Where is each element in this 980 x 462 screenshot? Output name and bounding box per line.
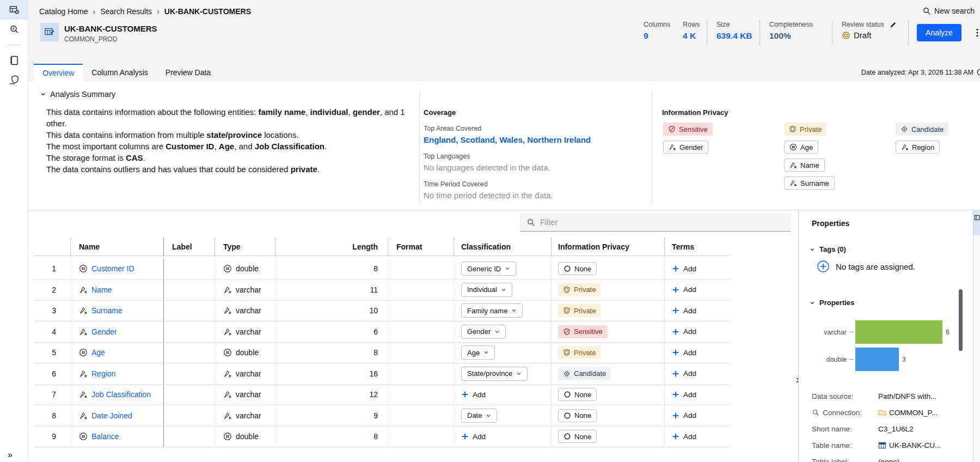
add-tag-button[interactable] bbox=[817, 260, 829, 272]
side-panel-toggle[interactable] bbox=[973, 210, 980, 235]
classification-dropdown[interactable]: Age bbox=[461, 345, 495, 360]
panel-scrollbar[interactable] bbox=[959, 289, 963, 351]
detail-row-table-name: Table name: UK-BANK-CU... bbox=[812, 437, 967, 453]
refresh-icon[interactable] bbox=[976, 68, 980, 76]
overflow-menu-icon[interactable] bbox=[972, 21, 980, 45]
tab-column-analysis[interactable]: Column Analysis bbox=[83, 64, 157, 81]
governance-shield-icon bbox=[9, 75, 20, 86]
privacy-cell: None bbox=[551, 385, 664, 406]
terms-add-button[interactable]: Add bbox=[672, 307, 696, 315]
terms-add-button[interactable]: Add bbox=[672, 349, 696, 357]
privacy-chip-surname: Surname bbox=[784, 177, 835, 190]
classification-dropdown[interactable]: Individual bbox=[461, 283, 512, 297]
classification-dropdown[interactable]: Gender bbox=[461, 325, 506, 339]
classification-add-button[interactable]: Add bbox=[461, 391, 486, 399]
classification-dropdown[interactable]: State/province bbox=[461, 367, 528, 381]
column-name-link[interactable]: Balance bbox=[91, 432, 119, 441]
terms-add-button[interactable]: Add bbox=[672, 265, 696, 273]
column-name-link[interactable]: Customer ID bbox=[91, 264, 134, 273]
folder-icon bbox=[878, 409, 886, 417]
classification-cell: Age bbox=[454, 343, 551, 364]
filter-input[interactable]: Filter bbox=[520, 213, 791, 232]
tags-section-header[interactable]: Tags (0) bbox=[810, 245, 846, 253]
table-icon bbox=[878, 441, 886, 449]
detail-row-data-source: Data source: Path/DNFS with... bbox=[812, 388, 967, 404]
format-cell bbox=[388, 321, 454, 343]
notebook-icon bbox=[9, 55, 20, 66]
table-header-classification[interactable]: Classification bbox=[454, 238, 551, 256]
nav-item-governance[interactable] bbox=[0, 70, 28, 90]
privacy-chip-private[interactable]: Private bbox=[558, 283, 601, 296]
expand-nav-button[interactable]: » bbox=[8, 450, 11, 460]
edit-pencil-icon[interactable] bbox=[890, 21, 897, 28]
search-icon bbox=[812, 409, 819, 416]
column-name-link[interactable]: Region bbox=[91, 369, 115, 378]
table-header-format[interactable]: Format bbox=[388, 238, 454, 256]
privacy-column: Private Age Name Surname bbox=[776, 123, 835, 190]
terms-cell: Add bbox=[664, 321, 730, 343]
privacy-chip-sensitive[interactable]: Sensitive bbox=[558, 325, 608, 338]
string-type-icon bbox=[223, 411, 232, 420]
terms-add-button[interactable]: Add bbox=[672, 411, 696, 420]
new-search-button[interactable]: New search bbox=[922, 7, 975, 15]
analyze-button[interactable]: Analyze bbox=[917, 24, 961, 41]
privacy-chip-private[interactable]: Private bbox=[558, 346, 601, 359]
length-cell: 8 bbox=[275, 343, 388, 364]
string-type-icon bbox=[223, 327, 232, 336]
table-header-terms[interactable]: Terms bbox=[664, 238, 730, 256]
classification-cell: Add bbox=[454, 427, 551, 448]
privacy-chip-none[interactable]: None bbox=[558, 262, 597, 275]
tab-preview-data[interactable]: Preview Data bbox=[157, 64, 219, 81]
classification-dropdown[interactable]: Date bbox=[461, 409, 497, 423]
label-cell bbox=[163, 279, 215, 301]
privacy-chip-candidate[interactable]: Candidate bbox=[558, 367, 611, 380]
classification-cell: Individual bbox=[454, 279, 551, 301]
column-name-link[interactable]: Surname bbox=[91, 306, 122, 315]
terms-add-button[interactable]: Add bbox=[672, 433, 696, 441]
filter-placeholder: Filter bbox=[540, 218, 558, 227]
chart-bar[interactable] bbox=[855, 348, 899, 371]
terms-add-button[interactable]: Add bbox=[672, 369, 696, 378]
privacy-chip-none[interactable]: None bbox=[558, 409, 597, 422]
table-header-label[interactable]: Label bbox=[163, 238, 215, 256]
date-analyzed-text: Date analyzed: Apr 3, 2026 11:38 AM bbox=[861, 69, 973, 76]
privacy-chip-private[interactable]: Private bbox=[558, 304, 601, 317]
column-name-link[interactable]: Name bbox=[91, 285, 112, 294]
format-cell bbox=[388, 363, 454, 385]
privacy-cell: Private bbox=[551, 301, 664, 322]
terms-add-button[interactable]: Add bbox=[672, 327, 696, 336]
terms-add-button[interactable]: Add bbox=[672, 285, 696, 294]
column-name-link[interactable]: Date Joined bbox=[91, 411, 132, 420]
breadcrumb-search-results[interactable]: Search Results bbox=[100, 7, 152, 16]
chevron-down-icon bbox=[501, 287, 506, 293]
column-name-link[interactable]: Job Classification bbox=[91, 390, 151, 399]
analysis-summary-header[interactable]: Analysis Summary bbox=[40, 90, 115, 99]
row-number: 6 bbox=[34, 363, 70, 385]
tab-overview[interactable]: Overview bbox=[34, 64, 83, 81]
label-cell bbox=[163, 343, 215, 364]
chart-bar[interactable] bbox=[855, 320, 942, 344]
properties-section-header[interactable]: Properties bbox=[810, 299, 854, 307]
classification-cell: Gender bbox=[454, 321, 551, 343]
nav-item-notebook[interactable] bbox=[0, 51, 28, 70]
breadcrumb-catalog-home[interactable]: Catalog Home bbox=[39, 7, 88, 16]
privacy-chip-none[interactable]: None bbox=[558, 388, 597, 401]
search-assets-icon bbox=[9, 24, 20, 35]
string-icon bbox=[901, 143, 909, 151]
nav-item-catalog[interactable] bbox=[0, 0, 28, 20]
type-cell: double bbox=[215, 427, 275, 448]
privacy-chip-none[interactable]: None bbox=[558, 430, 597, 443]
table-header-name[interactable]: Name bbox=[70, 238, 163, 256]
terms-add-button[interactable]: Add bbox=[672, 391, 696, 399]
top-areas-value[interactable]: England, Scotland, Wales, Northern Irela… bbox=[424, 135, 641, 144]
table-header-information-privacy[interactable]: Information Privacy bbox=[551, 238, 664, 256]
column-name-link[interactable]: Age bbox=[91, 348, 105, 357]
column-name-link[interactable]: Gender bbox=[91, 327, 117, 336]
table-header-type[interactable]: Type bbox=[215, 238, 275, 256]
column-name-cell: Name bbox=[70, 279, 163, 301]
classification-dropdown[interactable]: Family name bbox=[461, 303, 523, 318]
nav-item-metadata-search[interactable] bbox=[0, 20, 28, 39]
classification-add-button[interactable]: Add bbox=[461, 433, 486, 441]
table-header-length[interactable]: Length bbox=[275, 238, 388, 256]
classification-dropdown[interactable]: Generic ID bbox=[461, 262, 516, 276]
